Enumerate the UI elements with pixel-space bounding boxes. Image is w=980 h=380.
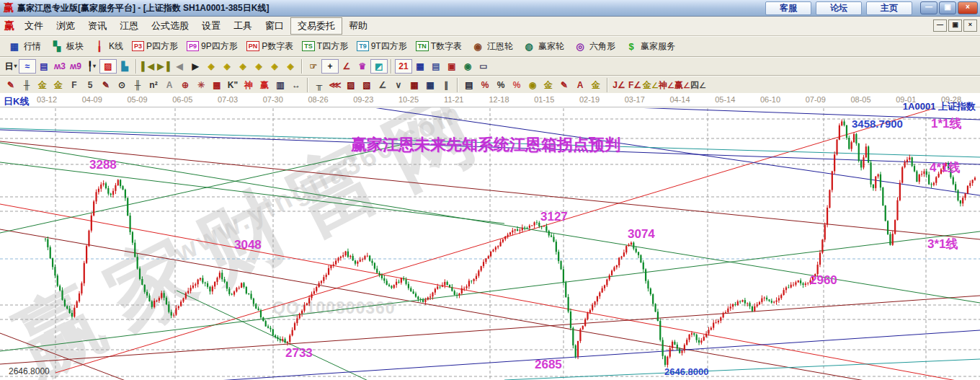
x-axis-date: 07-03 <box>218 95 238 104</box>
x-axis-date: 05-09 <box>127 95 147 104</box>
x-axis-date: 04-14 <box>669 95 690 104</box>
gann-line-label: 4*1线 <box>930 159 961 176</box>
x-axis-date: 01-15 <box>534 95 554 104</box>
kline-chart-canvas[interactable] <box>0 0 980 380</box>
pivot-label: 3288 <box>89 158 117 172</box>
x-axis-date: 03-12 <box>37 95 57 104</box>
x-axis-date: 02-19 <box>579 95 600 104</box>
x-axis-date: 07-30 <box>263 95 283 104</box>
pivot-label: 2960 <box>810 273 837 288</box>
x-axis-date: 08-26 <box>308 95 328 104</box>
pivot-label: 2685 <box>535 358 562 372</box>
gann-forecast-title: 赢家江恩未来先知系统江恩箱拐点预判 <box>351 134 620 156</box>
symbol-label: 1A0001 上证指数 <box>903 100 976 113</box>
x-axis-date: 06-10 <box>760 95 780 104</box>
pivot-label: 3127 <box>540 210 568 224</box>
x-axis-date: 05-14 <box>715 95 735 104</box>
x-axis-date: 12-18 <box>489 95 509 104</box>
x-axis-date: 03-17 <box>625 95 645 104</box>
x-axis-date: 09-23 <box>353 95 373 104</box>
peak-price-label: 3458.7900 <box>852 118 903 130</box>
x-axis-date: 10-25 <box>398 95 419 104</box>
x-axis-date: 07-09 <box>806 95 826 104</box>
pivot-label: 2733 <box>285 346 313 361</box>
x-axis-date: 11-21 <box>444 95 463 104</box>
period-label: 日K线 <box>4 95 29 108</box>
x-axis: 03-1204-0905-0906-0507-0307-3008-2609-23… <box>0 93 980 107</box>
x-axis-date: 06-05 <box>172 95 192 104</box>
pivot-label: 3074 <box>628 227 655 242</box>
app-window: { "window": { "logo_glyph": "赢", "title"… <box>0 0 980 380</box>
bottom-price-label: 2646.8000 <box>664 366 708 377</box>
gann-line-label: 3*1线 <box>927 236 958 252</box>
x-axis-date: 04-09 <box>82 95 102 104</box>
gann-line-label: 1*1线 <box>931 115 962 132</box>
x-axis-date: 08-05 <box>850 95 870 104</box>
left-scale-label: 2646.8000 <box>9 366 50 376</box>
pivot-label: 3048 <box>234 238 262 252</box>
